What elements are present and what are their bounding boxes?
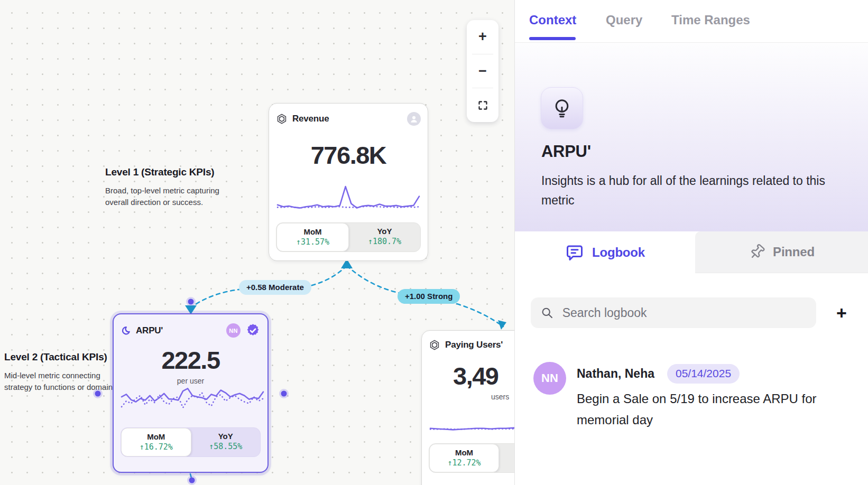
zoom-in-button[interactable]: + bbox=[467, 20, 498, 54]
panel-tab-bar: Context Query Time Ranges bbox=[515, 0, 868, 43]
pinned-label: Pinned bbox=[773, 245, 815, 259]
yoy-segment[interactable]: YoY ↑58.55% bbox=[191, 428, 261, 456]
add-log-entry-button[interactable]: + bbox=[830, 301, 853, 324]
person-icon bbox=[409, 114, 419, 124]
yoy-value: ↑58.55% bbox=[193, 442, 258, 451]
card-title: ARPU' bbox=[136, 325, 163, 336]
metric-value: 222.5 bbox=[121, 346, 261, 375]
level-1-annotation: Level 1 (Strategic KPIs) Broad, top-leve… bbox=[105, 166, 232, 208]
sparkline-chart bbox=[276, 183, 420, 215]
mom-label: MoM bbox=[432, 448, 496, 457]
hexagon-metric-icon bbox=[276, 113, 288, 125]
mom-value: ↑31.57% bbox=[279, 237, 346, 247]
mom-label: MoM bbox=[279, 227, 346, 236]
logbook-icon bbox=[565, 243, 584, 262]
entry-date-badge: 05/14/2025 bbox=[667, 364, 740, 384]
search-icon bbox=[540, 305, 554, 320]
yoy-label: YoY bbox=[193, 432, 258, 441]
edge-arpu-down bbox=[190, 474, 192, 480]
hexagon-metric-icon bbox=[429, 339, 440, 351]
entry-note-text: Begin a Sale on 5/19 to increase ARPU fo… bbox=[577, 388, 825, 431]
logbook-search-row: + bbox=[515, 297, 868, 328]
pin-icon bbox=[749, 244, 765, 260]
metric-details-panel: Context Query Time Ranges ARPU' Insights… bbox=[514, 0, 868, 485]
card-title: Paying Users' bbox=[445, 340, 503, 350]
period-toggle: MoM ↑16.72% YoY ↑58.55% bbox=[121, 427, 261, 457]
logbook-label: Logbook bbox=[592, 245, 645, 260]
mom-segment[interactable]: MoM ↑12.72% bbox=[429, 444, 499, 472]
tab-time-ranges[interactable]: Time Ranges bbox=[671, 13, 750, 27]
insight-tile bbox=[541, 87, 583, 129]
metric-card-arpu[interactable]: ARPU' NN 222.5 per user MoM ↑16.72% bbox=[113, 313, 269, 473]
entry-author-name: Nathan, Neha bbox=[577, 367, 654, 381]
period-toggle: MoM ↑31.57% YoY ↑180.7% bbox=[276, 222, 421, 252]
entry-author-avatar: NN bbox=[533, 362, 566, 395]
owner-avatar-icon[interactable] bbox=[407, 112, 421, 126]
moon-metric-icon bbox=[121, 325, 131, 336]
tab-logbook[interactable]: Logbook bbox=[515, 231, 695, 273]
metric-name-heading: ARPU' bbox=[541, 142, 591, 161]
metric-unit: per user bbox=[121, 377, 261, 385]
logbook-search[interactable] bbox=[531, 297, 816, 328]
correlation-badge-moderate[interactable]: +0.58 Moderate bbox=[239, 280, 311, 295]
card-title: Revenue bbox=[292, 114, 329, 124]
arrowhead-into-paying bbox=[498, 320, 506, 330]
active-tab-underline bbox=[529, 37, 576, 40]
verified-badge-icon bbox=[245, 323, 261, 338]
assignee-avatar[interactable]: NN bbox=[226, 323, 241, 338]
tab-query[interactable]: Query bbox=[606, 13, 642, 27]
metric-hero-section: ARPU' Insights is a hub for all of the l… bbox=[515, 43, 868, 231]
fullscreen-icon bbox=[477, 100, 488, 111]
yoy-segment[interactable]: YoY ↑180.7% bbox=[349, 223, 420, 251]
logbook-pinned-tabs: Logbook Pinned bbox=[515, 231, 868, 273]
level-1-description: Broad, top-level metric capturing overal… bbox=[105, 185, 232, 208]
search-input[interactable] bbox=[562, 306, 807, 320]
yoy-label: YoY bbox=[351, 227, 418, 236]
fit-view-button[interactable] bbox=[467, 88, 498, 122]
zoom-out-button[interactable]: − bbox=[467, 54, 498, 88]
mom-segment[interactable]: MoM ↑16.72% bbox=[121, 428, 191, 456]
sparkline-chart bbox=[121, 385, 264, 420]
app-root: Level 1 (Strategic KPIs) Broad, top-leve… bbox=[0, 0, 868, 485]
metric-value: 776.8K bbox=[276, 141, 421, 170]
lightbulb-icon bbox=[551, 97, 573, 119]
tab-pinned[interactable]: Pinned bbox=[695, 231, 868, 273]
mom-segment[interactable]: MoM ↑31.57% bbox=[276, 223, 349, 251]
metric-description: Insights is a hub for all of the learnin… bbox=[541, 171, 845, 210]
tab-context[interactable]: Context bbox=[529, 13, 576, 27]
mom-value: ↑16.72% bbox=[124, 442, 189, 452]
canvas-zoom-controls: + − bbox=[467, 20, 498, 122]
metric-card-revenue[interactable]: Revenue 776.8K MoM ↑31.57% YoY bbox=[269, 103, 428, 261]
correlation-badge-strong[interactable]: +1.00 Strong bbox=[398, 289, 460, 304]
yoy-value: ↑180.7% bbox=[351, 237, 418, 246]
mom-value: ↑12.72% bbox=[432, 458, 496, 468]
mom-label: MoM bbox=[124, 432, 189, 441]
level-1-title: Level 1 (Strategic KPIs) bbox=[105, 166, 232, 178]
